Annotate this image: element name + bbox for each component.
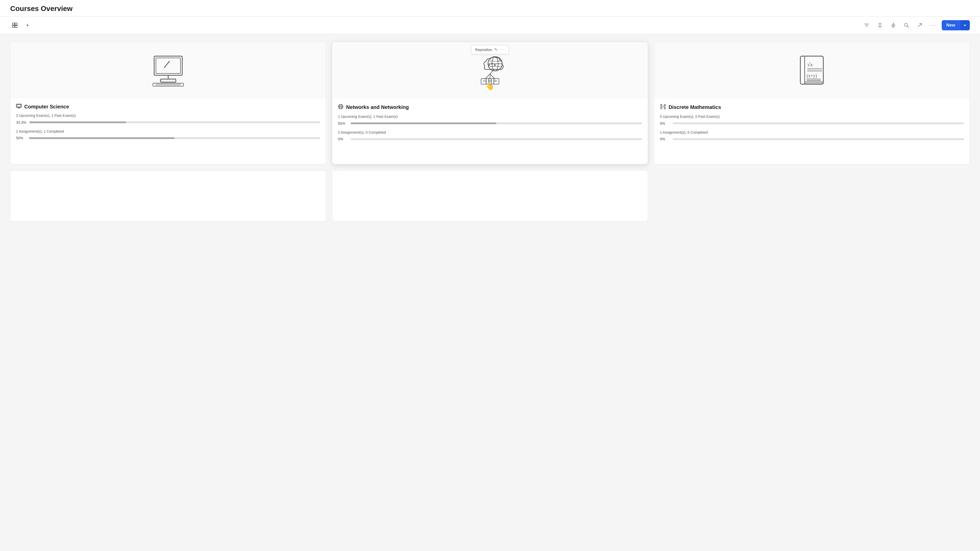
svg-text:√x: √x (807, 61, 813, 68)
new-button[interactable]: New (942, 20, 970, 30)
discrete-math-icon: √x (x+y) (794, 52, 830, 88)
svg-point-55 (660, 107, 662, 109)
card-title-row-net: Networks and Networking (338, 104, 642, 111)
svg-point-54 (660, 104, 662, 106)
page-header: Courses Overview (0, 0, 980, 17)
page-title: Courses Overview (10, 5, 970, 13)
svg-point-22 (488, 64, 490, 66)
more-icon: ··· (930, 22, 936, 29)
net-bottom-half: 2 Assignment(s), 0 Completed 0% (338, 130, 642, 141)
sort-button[interactable] (875, 21, 885, 30)
card-body-dm: Discrete Mathematics 0 Upcoming Exam(s),… (654, 98, 969, 151)
svg-text:(x+y): (x+y) (807, 73, 817, 79)
add-button[interactable]: + (23, 21, 32, 30)
dm-exam-progress-bar (673, 122, 964, 124)
net-exam-progress-row: 50% (338, 121, 642, 125)
dm-card-title: Discrete Mathematics (669, 104, 721, 110)
dm-exams-label: 0 Upcoming Exam(s), 0 Past Exam(s) (660, 114, 964, 119)
dm-assignments-label: 1 Assignment(s), 0 Completed (660, 130, 964, 135)
cs-assign-progress-row: 50% (16, 136, 320, 140)
lightning-icon (891, 22, 896, 28)
dm-assign-progress-bar (673, 138, 964, 140)
card-image-area-net: Reposition ✎ ··· (332, 42, 648, 98)
toolbar-right: ··· New (862, 20, 970, 30)
toolbar-left: + (10, 21, 859, 30)
net-exam-progress-bar (351, 122, 642, 124)
svg-point-24 (494, 64, 496, 66)
lightning-button[interactable] (889, 21, 898, 30)
dm-assign-pct: 0% (660, 137, 670, 141)
share-button[interactable] (915, 21, 924, 30)
svg-line-9 (907, 26, 909, 27)
filter-icon (864, 22, 870, 28)
placeholder-card-1[interactable] (10, 170, 326, 221)
grid-icon (12, 22, 18, 28)
search-button[interactable] (902, 21, 911, 30)
course-card-discrete-math[interactable]: √x (x+y) (654, 42, 970, 164)
cs-bottom-half: 2 Assignment(s), 1 Completed 50% (16, 129, 320, 140)
content: Computer Science 2 Upcoming Exam(s), 1 P… (0, 34, 980, 229)
card-body-cs: Computer Science 2 Upcoming Exam(s), 1 P… (11, 98, 326, 150)
net-assign-progress-row: 0% (338, 137, 642, 141)
card-body-net: Networks and Networking 1 Upcoming Exam(… (332, 98, 648, 151)
svg-point-57 (664, 107, 666, 109)
cursor-indicator: 👆 (485, 82, 494, 90)
card-title-row-dm: Discrete Mathematics (660, 104, 964, 111)
filter-button[interactable] (862, 21, 871, 30)
cs-exam-progress-row: 33.3% (16, 121, 320, 124)
cs-title-icon (16, 104, 22, 110)
net-assign-pct: 0% (338, 137, 348, 141)
svg-point-56 (664, 104, 666, 106)
toolbar: + (0, 17, 980, 34)
svg-rect-14 (161, 79, 176, 82)
svg-rect-11 (156, 58, 180, 73)
net-exam-progress-fill (351, 122, 496, 124)
new-button-label: New (942, 20, 960, 30)
svg-line-12 (164, 61, 169, 68)
cs-assignments-label: 2 Assignment(s), 1 Completed (16, 129, 320, 134)
more-options-icon-btn[interactable]: ··· (500, 47, 505, 52)
cs-exam-progress-fill (29, 121, 126, 123)
monitor-small-icon (16, 104, 22, 108)
computer-science-icon (150, 54, 186, 87)
cs-card-title: Computer Science (24, 104, 69, 110)
grid-view-button[interactable] (10, 21, 19, 30)
placeholder-card-2[interactable] (332, 170, 648, 221)
card-image-area-dm: √x (x+y) (654, 42, 969, 98)
card-hover-toolbar: Reposition ✎ ··· (471, 45, 509, 54)
cs-exams-label: 2 Upcoming Exam(s), 1 Past Exam(s) (16, 113, 320, 118)
svg-rect-2 (13, 25, 14, 27)
globe-small-icon (338, 104, 344, 110)
course-card-networks[interactable]: Reposition ✎ ··· (332, 42, 648, 164)
share-icon (917, 22, 923, 28)
new-button-chevron[interactable] (960, 20, 970, 30)
net-exams-label: 1 Upcoming Exam(s), 1 Past Exam(s) (338, 114, 642, 119)
net-title-icon (338, 104, 344, 111)
dm-title-icon (660, 104, 666, 111)
cards-grid-row2 (10, 170, 970, 221)
card-image-area-cs (11, 42, 326, 98)
reposition-label: Reposition (475, 48, 492, 52)
dm-exam-progress-row: 0% (660, 121, 964, 125)
svg-rect-10 (154, 56, 182, 75)
svg-rect-19 (17, 105, 21, 107)
card-title-row-cs: Computer Science (16, 104, 320, 110)
add-icon: + (26, 22, 29, 29)
cs-assign-progress-bar (29, 137, 320, 139)
svg-rect-15 (153, 83, 183, 86)
cs-exam-pct: 33.3% (16, 121, 26, 124)
svg-rect-44 (800, 56, 823, 84)
search-icon (904, 22, 909, 28)
cs-assign-progress-fill (29, 137, 175, 139)
edit-icon-btn[interactable]: ✎ (494, 47, 498, 52)
cs-exam-progress-bar (29, 121, 320, 123)
svg-rect-0 (13, 23, 14, 25)
svg-rect-1 (15, 23, 17, 25)
dm-assign-progress-row: 0% (660, 137, 964, 141)
formula-small-icon (660, 104, 666, 110)
chevron-down-icon (963, 24, 967, 27)
course-card-computer-science[interactable]: Computer Science 2 Upcoming Exam(s), 1 P… (10, 42, 326, 164)
net-exam-pct: 50% (338, 121, 348, 125)
more-button[interactable]: ··· (928, 21, 938, 30)
svg-rect-3 (15, 25, 17, 27)
